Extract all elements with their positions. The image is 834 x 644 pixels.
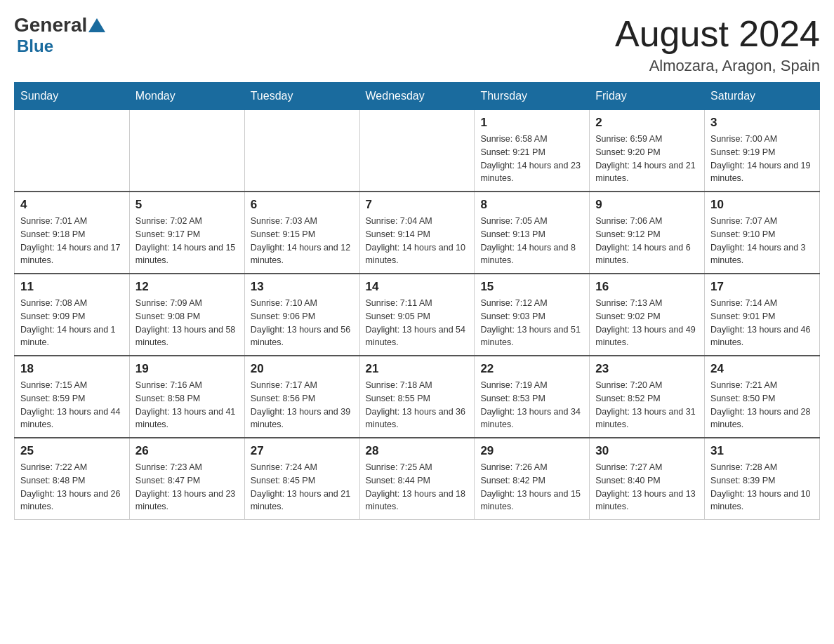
calendar-cell: 29Sunrise: 7:26 AMSunset: 8:42 PMDayligh… <box>475 438 590 520</box>
logo: General Blue <box>14 14 107 56</box>
day-info: Sunrise: 6:59 AMSunset: 9:20 PMDaylight:… <box>595 133 699 185</box>
day-info: Sunrise: 7:18 AMSunset: 8:55 PMDaylight:… <box>366 379 469 431</box>
calendar-cell: 18Sunrise: 7:15 AMSunset: 8:59 PMDayligh… <box>15 356 130 438</box>
day-info: Sunrise: 7:10 AMSunset: 9:06 PMDaylight:… <box>251 297 354 349</box>
day-number: 24 <box>710 362 814 376</box>
day-info: Sunrise: 7:14 AMSunset: 9:01 PMDaylight:… <box>710 297 814 349</box>
day-info: Sunrise: 7:12 AMSunset: 9:03 PMDaylight:… <box>480 297 583 349</box>
month-year-title: August 2024 <box>615 14 820 54</box>
day-number: 29 <box>480 444 583 458</box>
day-number: 30 <box>595 444 699 458</box>
calendar-cell: 7Sunrise: 7:04 AMSunset: 9:14 PMDaylight… <box>359 192 475 274</box>
day-number: 18 <box>20 362 124 376</box>
header-wednesday: Wednesday <box>359 83 475 110</box>
location-subtitle: Almozara, Aragon, Spain <box>615 57 820 75</box>
day-number: 27 <box>251 444 354 458</box>
calendar-cell: 17Sunrise: 7:14 AMSunset: 9:01 PMDayligh… <box>705 274 820 356</box>
calendar-cell: 2Sunrise: 6:59 AMSunset: 9:20 PMDaylight… <box>590 110 705 192</box>
day-info: Sunrise: 7:27 AMSunset: 8:40 PMDaylight:… <box>595 461 699 514</box>
calendar-cell <box>15 110 130 192</box>
day-info: Sunrise: 7:26 AMSunset: 8:42 PMDaylight:… <box>480 461 583 514</box>
calendar-week-2: 4Sunrise: 7:01 AMSunset: 9:18 PMDaylight… <box>15 192 820 274</box>
logo-general-text: General <box>14 14 87 36</box>
calendar-cell: 1Sunrise: 6:58 AMSunset: 9:21 PMDaylight… <box>475 110 590 192</box>
calendar-cell: 19Sunrise: 7:16 AMSunset: 8:58 PMDayligh… <box>129 356 244 438</box>
calendar-week-5: 25Sunrise: 7:22 AMSunset: 8:48 PMDayligh… <box>15 438 820 520</box>
day-number: 28 <box>366 444 469 458</box>
day-number: 4 <box>20 198 124 212</box>
day-info: Sunrise: 7:19 AMSunset: 8:53 PMDaylight:… <box>480 379 583 431</box>
calendar-cell: 3Sunrise: 7:00 AMSunset: 9:19 PMDaylight… <box>705 110 820 192</box>
header: General Blue August 2024 Almozara, Arago… <box>14 14 820 75</box>
day-number: 13 <box>251 280 354 294</box>
calendar-cell: 20Sunrise: 7:17 AMSunset: 8:56 PMDayligh… <box>244 356 359 438</box>
calendar-cell: 11Sunrise: 7:08 AMSunset: 9:09 PMDayligh… <box>15 274 130 356</box>
day-info: Sunrise: 7:06 AMSunset: 9:12 PMDaylight:… <box>595 215 699 267</box>
day-number: 7 <box>366 198 469 212</box>
calendar-cell: 26Sunrise: 7:23 AMSunset: 8:47 PMDayligh… <box>129 438 244 520</box>
calendar-cell: 9Sunrise: 7:06 AMSunset: 9:12 PMDaylight… <box>590 192 705 274</box>
calendar-cell: 27Sunrise: 7:24 AMSunset: 8:45 PMDayligh… <box>244 438 359 520</box>
day-info: Sunrise: 7:16 AMSunset: 8:58 PMDaylight:… <box>135 379 239 431</box>
day-info: Sunrise: 7:28 AMSunset: 8:39 PMDaylight:… <box>710 461 814 514</box>
calendar-cell: 24Sunrise: 7:21 AMSunset: 8:50 PMDayligh… <box>705 356 820 438</box>
day-info: Sunrise: 7:00 AMSunset: 9:19 PMDaylight:… <box>710 133 814 185</box>
day-number: 23 <box>595 362 699 376</box>
day-number: 22 <box>480 362 583 376</box>
calendar-cell: 8Sunrise: 7:05 AMSunset: 9:13 PMDaylight… <box>475 192 590 274</box>
calendar-cell: 16Sunrise: 7:13 AMSunset: 9:02 PMDayligh… <box>590 274 705 356</box>
title-area: August 2024 Almozara, Aragon, Spain <box>615 14 820 75</box>
calendar-cell: 14Sunrise: 7:11 AMSunset: 9:05 PMDayligh… <box>359 274 475 356</box>
day-info: Sunrise: 6:58 AMSunset: 9:21 PMDaylight:… <box>480 133 583 185</box>
day-info: Sunrise: 7:20 AMSunset: 8:52 PMDaylight:… <box>595 379 699 431</box>
header-thursday: Thursday <box>475 83 590 110</box>
day-number: 11 <box>20 280 124 294</box>
day-number: 9 <box>595 198 699 212</box>
day-number: 6 <box>251 198 354 212</box>
day-info: Sunrise: 7:25 AMSunset: 8:44 PMDaylight:… <box>366 461 469 514</box>
calendar-cell <box>244 110 359 192</box>
day-info: Sunrise: 7:11 AMSunset: 9:05 PMDaylight:… <box>366 297 469 349</box>
calendar-cell: 10Sunrise: 7:07 AMSunset: 9:10 PMDayligh… <box>705 192 820 274</box>
day-info: Sunrise: 7:04 AMSunset: 9:14 PMDaylight:… <box>366 215 469 267</box>
day-info: Sunrise: 7:05 AMSunset: 9:13 PMDaylight:… <box>480 215 583 267</box>
calendar-cell: 6Sunrise: 7:03 AMSunset: 9:15 PMDaylight… <box>244 192 359 274</box>
calendar-cell: 30Sunrise: 7:27 AMSunset: 8:40 PMDayligh… <box>590 438 705 520</box>
calendar-cell: 21Sunrise: 7:18 AMSunset: 8:55 PMDayligh… <box>359 356 475 438</box>
day-number: 3 <box>710 116 814 130</box>
calendar-cell <box>359 110 475 192</box>
day-info: Sunrise: 7:02 AMSunset: 9:17 PMDaylight:… <box>135 215 239 267</box>
logo-blue-text: Blue <box>17 36 53 56</box>
day-info: Sunrise: 7:15 AMSunset: 8:59 PMDaylight:… <box>20 379 124 431</box>
day-info: Sunrise: 7:03 AMSunset: 9:15 PMDaylight:… <box>251 215 354 267</box>
day-info: Sunrise: 7:17 AMSunset: 8:56 PMDaylight:… <box>251 379 354 431</box>
day-number: 1 <box>480 116 583 130</box>
day-info: Sunrise: 7:07 AMSunset: 9:10 PMDaylight:… <box>710 215 814 267</box>
calendar-cell: 31Sunrise: 7:28 AMSunset: 8:39 PMDayligh… <box>705 438 820 520</box>
day-number: 15 <box>480 280 583 294</box>
day-info: Sunrise: 7:09 AMSunset: 9:08 PMDaylight:… <box>135 297 239 349</box>
day-number: 19 <box>135 362 239 376</box>
calendar-cell <box>129 110 244 192</box>
calendar-cell: 25Sunrise: 7:22 AMSunset: 8:48 PMDayligh… <box>15 438 130 520</box>
header-saturday: Saturday <box>705 83 820 110</box>
day-number: 20 <box>251 362 354 376</box>
day-number: 12 <box>135 280 239 294</box>
calendar-table: Sunday Monday Tuesday Wednesday Thursday… <box>14 82 820 520</box>
day-info: Sunrise: 7:22 AMSunset: 8:48 PMDaylight:… <box>20 461 124 514</box>
day-info: Sunrise: 7:21 AMSunset: 8:50 PMDaylight:… <box>710 379 814 431</box>
day-number: 8 <box>480 198 583 212</box>
day-number: 25 <box>20 444 124 458</box>
day-number: 17 <box>710 280 814 294</box>
header-monday: Monday <box>129 83 244 110</box>
day-info: Sunrise: 7:01 AMSunset: 9:18 PMDaylight:… <box>20 215 124 267</box>
day-number: 16 <box>595 280 699 294</box>
calendar-cell: 5Sunrise: 7:02 AMSunset: 9:17 PMDaylight… <box>129 192 244 274</box>
calendar-cell: 13Sunrise: 7:10 AMSunset: 9:06 PMDayligh… <box>244 274 359 356</box>
calendar-week-1: 1Sunrise: 6:58 AMSunset: 9:21 PMDaylight… <box>15 110 820 192</box>
day-number: 21 <box>366 362 469 376</box>
day-info: Sunrise: 7:23 AMSunset: 8:47 PMDaylight:… <box>135 461 239 514</box>
calendar-cell: 28Sunrise: 7:25 AMSunset: 8:44 PMDayligh… <box>359 438 475 520</box>
day-number: 14 <box>366 280 469 294</box>
day-info: Sunrise: 7:24 AMSunset: 8:45 PMDaylight:… <box>251 461 354 514</box>
